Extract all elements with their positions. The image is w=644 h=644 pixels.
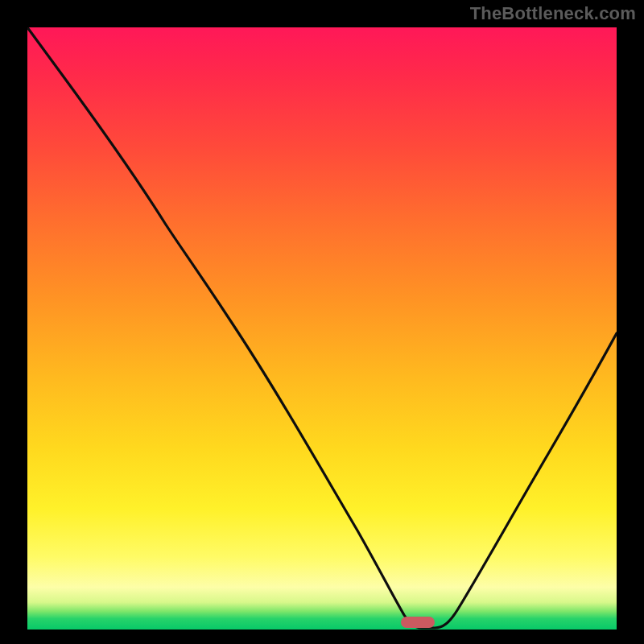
watermark-text: TheBottleneck.com [470,3,636,24]
curve-path [27,27,617,628]
bottleneck-curve [27,27,617,630]
plot-area [27,27,617,630]
chart-stage: TheBottleneck.com [0,0,644,644]
ideal-range-marker [401,617,435,628]
